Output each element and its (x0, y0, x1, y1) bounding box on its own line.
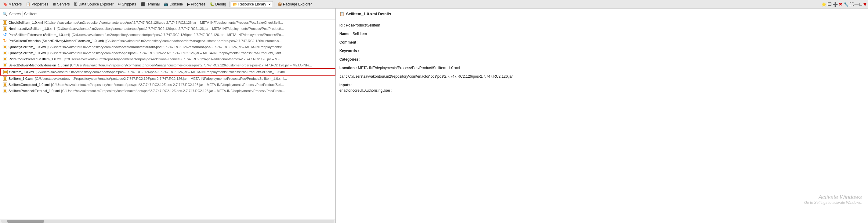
toolbar-markers[interactable]: 🔖 Markers (1, 2, 24, 7)
file-path: [C:\Users\savvakontou\.m2\repository\com… (56, 27, 284, 31)
xml-file-icon (3, 70, 8, 74)
xml-file-icon (2, 82, 7, 87)
close-icon[interactable]: ✖ (839, 2, 842, 7)
xml-file-icon (2, 88, 7, 93)
package-explorer-label: Package Explorer (283, 2, 312, 6)
properties-icon: 📋 (26, 2, 31, 6)
file-path: [C:\Users\savvakontou\.m2\repository\com… (34, 77, 287, 80)
file-name: QuantitySellItem_1.0.xml (8, 45, 46, 49)
search-bar: 🔍 Search (0, 8, 335, 20)
xml-file-icon (2, 44, 7, 49)
file-path: [C:\Users\savvakontou\.m2\repository\com… (50, 83, 284, 86)
id-label: Id : (339, 23, 345, 28)
list-item[interactable]: QuantitySellItem_1.0.xml [C:\Users\savva… (0, 44, 335, 50)
grid-icon[interactable]: ⛶ (849, 2, 854, 7)
window-icon[interactable]: 🗔 (828, 2, 832, 7)
list-item[interactable]: CheckSellItem_1.0.xml [C:\Users\savvakon… (0, 20, 335, 26)
list-item[interactable]: ↻ PreSellItemExtension (SelectDeliveryMe… (0, 38, 335, 44)
snippets-label: Snippets (122, 2, 136, 6)
minimize-icon[interactable]: — (855, 2, 859, 7)
wrench-icon[interactable]: 🔧 (843, 2, 848, 7)
file-name: SellItem_1.0.xml (8, 77, 33, 80)
toolbar-debug[interactable]: 🐛 Debug (208, 2, 228, 7)
close-window-icon[interactable]: ✖ (863, 2, 867, 7)
servers-label: Servers (57, 2, 70, 6)
file-name: QuantitySellItem_1.0.xml (8, 51, 46, 55)
xml-file-icon (2, 76, 7, 81)
toolbar-progress[interactable]: ▶ Progress (185, 2, 207, 7)
star-icon[interactable]: ⭐ (821, 2, 827, 7)
file-name: NonInteractiveSellItem_1.0.xml (8, 27, 55, 31)
xml-file-icon (2, 26, 7, 31)
list-item[interactable]: SellItem_1.0.xml [C:\Users\savvakontou\.… (0, 76, 335, 82)
list-item[interactable]: NonInteractiveSellItem_1.0.xml [C:\Users… (0, 26, 335, 32)
terminal-icon: ⬛ (141, 2, 145, 6)
list-item[interactable]: RichProductSearchSellItem_1.0.xml [C:\Us… (0, 56, 335, 62)
detail-location-row: Location : META-INF/deployments/Process/… (339, 65, 864, 71)
resource-library-close-icon[interactable]: ✖ (268, 3, 271, 6)
toolbar-separator-1 (229, 2, 229, 7)
resource-library-label: Resource Library (238, 2, 266, 6)
location-label: Location : (339, 66, 357, 70)
detail-comment-row: Comment : (339, 40, 864, 45)
maximize-icon[interactable]: □ (860, 2, 862, 7)
scrollbar-thumb[interactable] (7, 220, 44, 223)
file-path: [C:\Users\savvakontou\.m2\repository\com… (46, 45, 284, 49)
debug-label: Debug (215, 2, 226, 6)
horizontal-scrollbar[interactable] (0, 219, 335, 223)
detail-title: 📋 SellItem_1.0.xml Details (339, 11, 864, 18)
terminal-label: Terminal (146, 2, 160, 6)
left-panel: 🔍 Search CheckSellItem_1.0.xml [C:\Users… (0, 8, 336, 223)
console-icon: 📺 (164, 2, 168, 6)
xml-file-icon (2, 50, 7, 55)
toolbar-data-source-explorer[interactable]: 🗄 Data Source Explorer (72, 2, 115, 7)
categories-label: Categories : (339, 57, 361, 62)
list-item-selected[interactable]: SellItem_1.0.xml [C:\Users\savvakontou\.… (0, 68, 335, 76)
right-panel: 📋 SellItem_1.0.xml Details Id : Pos/Prod… (336, 8, 868, 223)
name-value: Sell Item (352, 32, 367, 36)
xml-file-icon (2, 57, 7, 62)
file-name: PostSellItemExtension (SellItem_1.0.xml) (8, 33, 70, 37)
properties-label: Properties (31, 2, 48, 6)
toolbar-terminal[interactable]: ⬛ Terminal (138, 2, 161, 7)
progress-icon: ▶ (187, 2, 190, 6)
toolbar-package-explorer[interactable]: 📦 Package Explorer (276, 2, 314, 7)
data-source-label: Data Source Explorer (79, 2, 114, 6)
toolbar-right-controls: ⭐ 🗔 ➕ ✖ 🔧 ⛶ — □ ✖ (821, 2, 867, 7)
markers-label: Markers (8, 2, 22, 6)
file-path: [C:\Users\savvakontou\.m2\repository\com… (34, 70, 285, 74)
list-item[interactable]: QuantitySellItem_1.0.xml [C:\Users\savva… (0, 50, 335, 56)
list-item[interactable]: SellItemPrecheckExternal_1.0.xml [C:\Use… (0, 88, 335, 94)
servers-icon: 🖥 (53, 2, 56, 6)
file-path: [C:\Users\savvakontou\.m2\repository\com… (46, 51, 284, 55)
detail-id-row: Id : Pos/Product/SellItem (339, 23, 864, 28)
toolbar-snippets[interactable]: ✂ Snippets (116, 2, 138, 7)
package-explorer-icon: 📦 (277, 2, 282, 6)
add-icon[interactable]: ➕ (833, 2, 838, 7)
id-value: Pos/Product/SellItem (346, 23, 380, 28)
jar-label: Jar : (339, 74, 347, 79)
search-input[interactable] (23, 11, 333, 17)
inputs-value: enactor.coreUI.AuthorisingUser : (339, 88, 392, 92)
list-item[interactable]: SellItemCompleted_1.0.xml [C:\Users\savv… (0, 82, 335, 88)
list-item[interactable]: ↺ PostSellItemExtension (SellItem_1.0.xm… (0, 32, 335, 38)
file-name: RichProductSearchSellItem_1.0.xml (8, 57, 62, 61)
file-name: PreSellItemExtension (SelectDeliveryMeth… (8, 39, 104, 43)
toolbar-properties[interactable]: 📋 Properties (24, 2, 50, 7)
keywords-label: Keywords : (339, 49, 359, 53)
watermark-line1: Activate Windows (804, 194, 862, 200)
search-icon: 🔍 (2, 11, 7, 16)
toolbar-servers[interactable]: 🖥 Servers (51, 2, 71, 7)
file-path: [C:\Users\savvakontou\.m2\repository\com… (44, 21, 283, 24)
toolbar-console[interactable]: 📺 Console (162, 2, 185, 7)
watermark-line2: Go to Settings to activate Windows. (804, 200, 862, 205)
comment-label: Comment : (339, 40, 359, 44)
toolbar-resource-library[interactable]: 📂 Resource Library ✖ (231, 1, 273, 7)
inputs-label: Inputs : (339, 83, 352, 87)
debug-icon: 🐛 (210, 2, 214, 6)
toolbar-separator-2 (274, 2, 274, 7)
file-name: SellItem_1.0.xml (9, 70, 34, 74)
file-path: [C:\Users\savvakontou\.m2\repository\com… (104, 39, 281, 43)
scrollbar-track (1, 220, 334, 223)
list-item[interactable]: SelectDeliveryMethodExtension_1.0.xml [C… (0, 62, 335, 68)
